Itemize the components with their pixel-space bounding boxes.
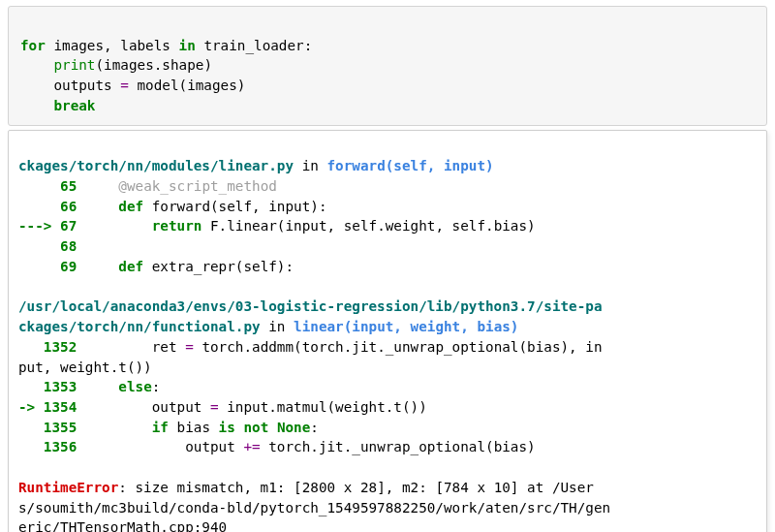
pad — [77, 259, 118, 274]
code-text: : — [152, 379, 161, 394]
code-input-cell: for images, labels in train_loader: prin… — [8, 6, 767, 126]
keyword-return: return — [152, 218, 202, 234]
pad — [77, 199, 118, 214]
code-text: images, labels — [46, 38, 179, 53]
traceback-file-path: /usr/local/anaconda3/envs/03-logistic-re… — [18, 298, 603, 314]
traceback-output: ckages/torch/nn/modules/linear.py in for… — [8, 130, 767, 532]
builtin-none: None — [277, 420, 310, 435]
keyword-for: for — [20, 38, 46, 53]
code-indent — [20, 57, 53, 73]
code-text: F.linear(input, self.weight, self.bias) — [202, 218, 535, 234]
code-text: output — [77, 399, 210, 415]
keyword-def: def — [118, 199, 143, 214]
code-text: torch.jit._unwrap_optional(bias) — [261, 439, 536, 454]
code-text: bias — [169, 420, 219, 435]
line-number: 1352 — [18, 339, 77, 355]
line-number: 67 — [51, 218, 77, 234]
keyword-is-not: is not — [219, 420, 269, 435]
operator-eq: = — [185, 339, 194, 355]
line-number: 68 — [18, 238, 77, 254]
code-text: outputs — [20, 78, 120, 93]
code-text: torch.addmm(torch.jit._unwrap_optional(b… — [194, 339, 603, 355]
line-number: 69 — [18, 259, 77, 274]
code-text: ret — [77, 339, 185, 355]
error-name: RuntimeError — [18, 480, 118, 495]
code-text: input.matmul(weight.t()) — [219, 399, 427, 415]
current-frame-arrow: -> — [18, 399, 35, 415]
error-message: eric/THTensorMath.cpp:940 — [18, 519, 227, 532]
in-separator: in — [294, 158, 326, 173]
code-text: train_loader: — [196, 38, 313, 53]
operator-pluseq: += — [243, 439, 260, 454]
line-number: 65 — [18, 178, 77, 194]
error-message: : size mismatch, m1: [2800 x 28], m2: [7… — [118, 480, 594, 495]
traceback-function: linear(input, weight, bias) — [294, 319, 518, 334]
keyword-break: break — [53, 98, 95, 113]
code-text: extra_repr(self): — [143, 259, 294, 274]
keyword-if: if — [152, 420, 169, 435]
builtin-print: print — [53, 57, 95, 73]
line-number: 1355 — [18, 420, 77, 435]
in-separator: in — [261, 319, 294, 334]
line-number: 1356 — [18, 439, 77, 454]
code-text: model(images) — [129, 78, 246, 93]
keyword-def: def — [118, 259, 143, 274]
current-frame-arrow: ---> — [18, 218, 51, 234]
sp — [268, 420, 277, 435]
code-indent — [20, 98, 53, 113]
code-text: (images.shape) — [95, 57, 212, 73]
keyword-else: else — [118, 379, 151, 394]
traceback-function: forward(self, input) — [326, 158, 493, 173]
error-message: s/soumith/mc3build/conda-bld/pytorch_154… — [18, 500, 610, 516]
decorator: @weak_script_method — [118, 178, 277, 194]
code-text: output — [77, 439, 243, 454]
pad — [77, 178, 118, 194]
line-number: 66 — [18, 199, 77, 214]
traceback-file-path: ckages/torch/nn/modules/linear.py — [18, 158, 294, 173]
operator-eq: = — [120, 78, 129, 93]
code-text: put, weight.t()) — [18, 360, 152, 375]
pad — [77, 218, 151, 234]
pad — [77, 420, 151, 435]
line-number: 1354 — [35, 399, 77, 415]
operator-eq: = — [210, 399, 219, 415]
traceback-file-path: ckages/torch/nn/functional.py — [18, 319, 261, 334]
line-number: 1353 — [18, 379, 77, 394]
code-text: forward(self, input): — [143, 199, 326, 214]
code-text: : — [310, 420, 319, 435]
keyword-in: in — [179, 38, 196, 53]
pad — [77, 379, 118, 394]
